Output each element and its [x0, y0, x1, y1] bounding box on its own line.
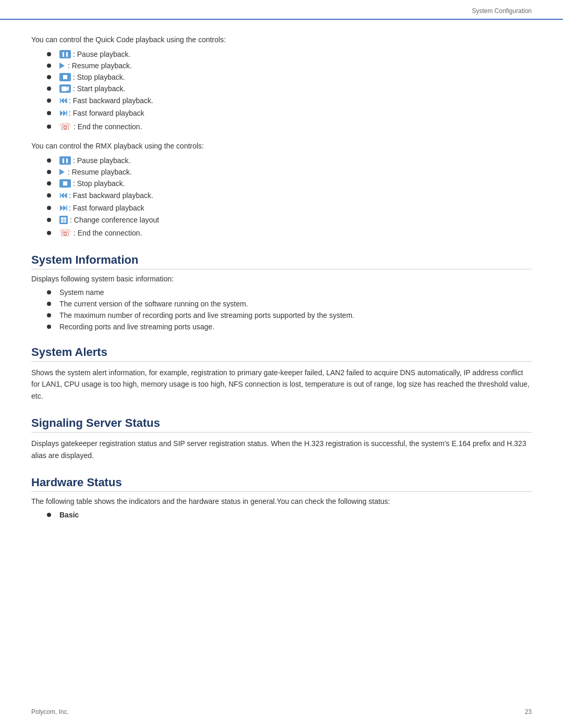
item-text: System name	[59, 288, 104, 297]
item-text: : Fast backward playback.	[69, 96, 153, 105]
end-call-icon: ☏	[59, 227, 71, 239]
item-text: : Stop playback.	[73, 73, 125, 81]
item-text: : Fast backward playback.	[69, 191, 153, 200]
bullet-dot	[47, 218, 51, 222]
item-text: : Fast forward playback	[69, 109, 144, 117]
bullet-dot	[47, 206, 51, 210]
camera-svg	[62, 85, 69, 92]
list-item: ☏ : End the connection.	[47, 121, 532, 132]
list-item: Recording ports and live streaming ports…	[47, 323, 532, 331]
stop-icon	[59, 73, 71, 81]
list-item: ⏭ : Fast forward playback	[47, 108, 532, 118]
list-item: : Change conference layout	[47, 216, 532, 224]
bullet-dot	[47, 181, 51, 186]
play-icon	[59, 169, 66, 175]
item-text: : Pause playback.	[73, 156, 131, 165]
hardware-status-intro: The following table shows the indicators…	[31, 497, 532, 505]
system-alerts-heading: System Alerts	[31, 346, 532, 362]
svg-marker-1	[67, 86, 69, 91]
list-item: : Resume playback.	[47, 61, 532, 70]
pause-icon	[59, 50, 71, 58]
bullet-dot	[47, 64, 51, 68]
rewind-icon: ⏮	[59, 96, 67, 105]
header-bar: System Configuration	[0, 0, 563, 20]
rmx-list: : Pause playback. : Resume playback. : S…	[47, 156, 532, 239]
bullet-dot	[47, 513, 51, 517]
item-text: : Pause playback.	[73, 50, 131, 58]
footer-company: Polycom, Inc.	[31, 708, 69, 715]
list-item: The maximum number of recording ports an…	[47, 311, 532, 319]
list-item: Basic	[47, 511, 532, 519]
item-text: : Change conference layout	[70, 216, 159, 224]
list-item: : Pause playback.	[47, 156, 532, 165]
bullet-dot	[47, 158, 51, 163]
system-alerts-text: Shows the system alert information, for …	[31, 367, 532, 402]
list-item: ⏮ : Fast backward playback.	[47, 191, 532, 200]
list-item: : Stop playback.	[47, 179, 532, 188]
bullet-dot	[47, 302, 51, 306]
page-container: System Configuration You can control the…	[0, 0, 563, 728]
rmx-intro: You can control the RMX playback using t…	[31, 142, 532, 150]
content-area: You can control the Quick Code playback …	[0, 20, 563, 560]
quick-code-intro: You can control the Quick Code playback …	[31, 35, 532, 44]
bullet-dot	[47, 98, 51, 103]
start-icon	[59, 84, 71, 93]
bullet-dot	[47, 170, 51, 174]
bullet-dot	[47, 52, 51, 56]
page-footer: Polycom, Inc. 23	[31, 708, 532, 715]
stop-icon	[59, 179, 71, 188]
hardware-status-list: Basic	[47, 511, 532, 519]
item-text: Recording ports and live streaming ports…	[59, 323, 214, 331]
list-item: : Pause playback.	[47, 50, 532, 58]
item-text: The current version of the software runn…	[59, 300, 248, 308]
svg-rect-0	[62, 87, 67, 91]
item-text: : End the connection.	[74, 122, 142, 131]
item-text: : End the connection.	[74, 229, 142, 237]
list-item: ☏ : End the connection.	[47, 227, 532, 239]
system-information-list: System name The current version of the s…	[47, 288, 532, 331]
item-text: : Fast forward playback	[69, 204, 144, 212]
bullet-dot	[47, 290, 51, 294]
header-title: System Configuration	[472, 7, 532, 15]
fastforward-icon: ⏭	[59, 203, 67, 213]
list-item: : Resume playback.	[47, 168, 532, 176]
item-text: : Stop playback.	[73, 179, 125, 188]
item-text: : Resume playback.	[68, 168, 132, 176]
signaling-server-heading: Signaling Server Status	[31, 416, 532, 433]
bullet-dot	[47, 231, 51, 235]
play-icon	[59, 63, 66, 69]
item-text: The maximum number of recording ports an…	[59, 311, 354, 319]
bullet-dot	[47, 125, 51, 129]
quick-code-list: : Pause playback. : Resume playback. : S…	[47, 50, 532, 132]
system-information-intro: Displays following system basic informat…	[31, 275, 532, 283]
bullet-dot	[47, 111, 51, 115]
system-information-heading: System Information	[31, 253, 532, 269]
pause-icon	[59, 156, 71, 165]
list-item: : Stop playback.	[47, 73, 532, 81]
item-text: : Start playback.	[73, 84, 125, 93]
list-item: System name	[47, 288, 532, 297]
bullet-dot	[47, 75, 51, 79]
bullet-dot	[47, 313, 51, 317]
signaling-server-text: Displays gatekeeper registration status …	[31, 438, 532, 461]
end-call-icon: ☏	[59, 121, 71, 132]
bullet-dot	[47, 325, 51, 329]
bullet-dot	[47, 87, 51, 91]
rewind-icon: ⏮	[59, 191, 67, 200]
list-item: ⏮ : Fast backward playback.	[47, 96, 532, 105]
list-item: The current version of the software runn…	[47, 300, 532, 308]
hardware-status-heading: Hardware Status	[31, 476, 532, 492]
bullet-dot	[47, 193, 51, 198]
item-text: : Resume playback.	[68, 61, 132, 70]
list-item: ⏭ : Fast forward playback	[47, 203, 532, 213]
list-item: : Start playback.	[47, 84, 532, 93]
fastforward-icon: ⏭	[59, 108, 67, 118]
layout-icon	[59, 216, 68, 224]
footer-page: 23	[525, 708, 532, 715]
item-text-bold: Basic	[59, 511, 79, 519]
